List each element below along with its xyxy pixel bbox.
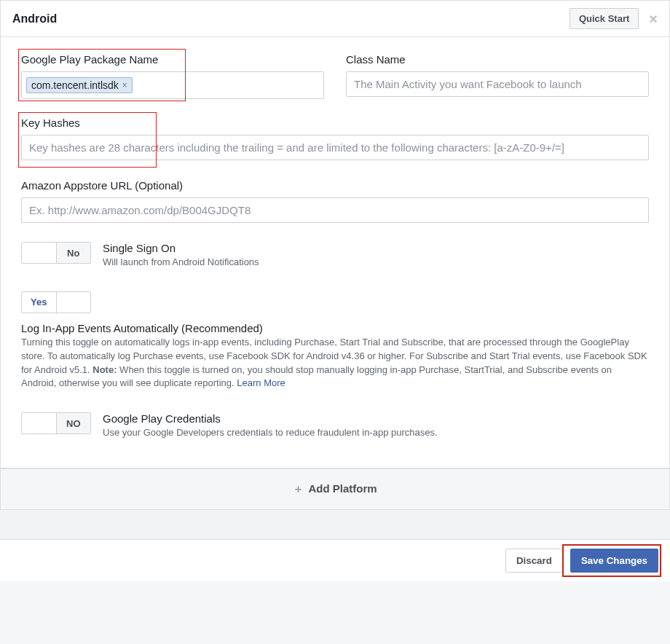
package-name-tag-text: com.tencent.intlsdk bbox=[31, 79, 119, 91]
plus-icon: ＋ bbox=[293, 482, 304, 495]
gplay-creds-toggle-yes[interactable] bbox=[22, 413, 56, 433]
sso-title: Single Sign On bbox=[103, 242, 649, 254]
add-platform-label: Add Platform bbox=[308, 482, 377, 495]
save-changes-button[interactable]: Save Changes bbox=[570, 549, 658, 573]
learn-more-link[interactable]: Learn More bbox=[237, 377, 285, 388]
sso-toggle[interactable]: No bbox=[21, 242, 91, 264]
gplay-creds-title: Google Play Credentials bbox=[103, 412, 649, 425]
sso-desc: Will launch from Android Notifications bbox=[103, 256, 649, 270]
close-icon[interactable]: × bbox=[649, 12, 658, 26]
package-name-label: Google Play Package Name bbox=[21, 53, 324, 66]
amazon-url-label: Amazon Appstore URL (Optional) bbox=[21, 179, 649, 192]
log-events-toggle-no[interactable] bbox=[57, 292, 91, 313]
key-hashes-input[interactable] bbox=[21, 135, 649, 160]
panel-title: Android bbox=[12, 12, 57, 25]
log-events-toggle-yes[interactable]: Yes bbox=[22, 292, 57, 313]
discard-button[interactable]: Discard bbox=[505, 549, 563, 573]
sso-toggle-no[interactable]: No bbox=[56, 243, 91, 263]
log-events-toggle[interactable]: Yes bbox=[21, 291, 91, 313]
amazon-url-input[interactable] bbox=[21, 197, 649, 223]
log-events-title: Log In-App Events Automatically (Recomme… bbox=[21, 322, 649, 334]
gplay-creds-desc: Use your Google Developers credentials t… bbox=[103, 426, 649, 440]
class-name-label: Class Name bbox=[346, 53, 649, 66]
class-name-input[interactable] bbox=[346, 71, 649, 97]
gplay-creds-toggle-no[interactable]: NO bbox=[56, 413, 91, 433]
gplay-creds-toggle[interactable]: NO bbox=[21, 412, 91, 434]
panel-header: Android Quick Start × bbox=[1, 1, 669, 37]
package-name-tag: com.tencent.intlsdk × bbox=[26, 77, 133, 93]
footer-bar: Discard Save Changes bbox=[0, 539, 670, 581]
package-name-input[interactable]: com.tencent.intlsdk × bbox=[21, 71, 324, 99]
footer-spacer bbox=[0, 510, 670, 539]
key-hashes-label: Key Hashes bbox=[21, 117, 649, 129]
tag-remove-icon[interactable]: × bbox=[122, 80, 127, 90]
sso-toggle-yes[interactable] bbox=[22, 243, 56, 263]
add-platform-button[interactable]: ＋Add Platform bbox=[0, 468, 670, 510]
quick-start-button[interactable]: Quick Start bbox=[570, 8, 639, 29]
log-events-desc: Turning this toggle on automatically log… bbox=[21, 336, 649, 390]
